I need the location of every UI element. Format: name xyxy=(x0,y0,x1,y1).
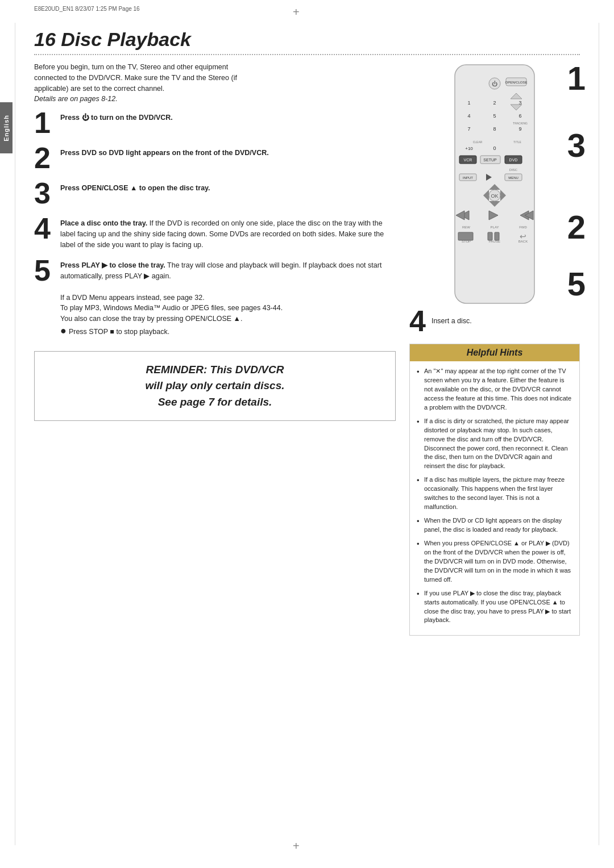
intro-line3: applicable) are set to the correct chann… xyxy=(34,85,164,93)
svg-text:PLAY: PLAY xyxy=(491,226,499,229)
crosshair-bottom xyxy=(296,845,307,857)
svg-text:DISC: DISC xyxy=(509,168,518,172)
svg-text:FWD: FWD xyxy=(519,226,527,229)
svg-text:9: 9 xyxy=(518,126,521,132)
svg-rect-52 xyxy=(495,232,499,240)
step-3-text: Press OPEN/CLOSE ▲ to open the disc tray… xyxy=(60,181,210,194)
reminder-line2: will play only certain discs. xyxy=(146,379,285,391)
reminder-line3: See page 7 for details. xyxy=(158,396,272,408)
hint-text-1: An "✕" may appear at the top right corne… xyxy=(424,367,572,412)
reminder-line1: REMINDER: This DVD/VCR xyxy=(146,364,284,375)
right-marker-3: 3 xyxy=(567,129,586,162)
step-1-text: Press ⏻ to turn on the DVD/VCR. xyxy=(60,110,173,123)
svg-text:↩: ↩ xyxy=(520,232,526,241)
hint-item-5: • When you press OPEN/CLOSE ▲ or PLAY ▶ … xyxy=(417,539,572,585)
main-content: 16 Disc Playback Before you begin, turn … xyxy=(34,28,580,845)
svg-text:OK: OK xyxy=(491,193,498,199)
step-5: 5 Press PLAY ▶ to close the tray. The tr… xyxy=(34,258,396,337)
hint-text-3: If a disc has multiple layers, the pictu… xyxy=(424,475,572,512)
hint-item-4: • When the DVD or CD light appears on th… xyxy=(417,516,572,535)
hint-bullet-4: • xyxy=(417,516,421,527)
helpful-hints-content: • An "✕" may appear at the top right cor… xyxy=(410,361,579,635)
hint-item-3: • If a disc has multiple layers, the pic… xyxy=(417,475,572,512)
insert-disc-area: 4 Insert a disc. xyxy=(409,306,580,336)
svg-text:6: 6 xyxy=(518,113,521,119)
hint-item-6: • If you use PLAY ▶ to close the disc tr… xyxy=(417,589,572,625)
right-step-markers-2: 2 xyxy=(567,211,586,244)
svg-text:SETUP: SETUP xyxy=(483,158,497,162)
svg-text:CLEAR: CLEAR xyxy=(473,140,483,144)
step-4-number: 4 xyxy=(34,214,55,243)
step-5-number: 5 xyxy=(34,256,55,285)
svg-text:TITLE: TITLE xyxy=(513,140,521,144)
right-marker-2: 2 xyxy=(567,211,586,244)
right-step-markers: 1 3 xyxy=(567,62,586,162)
step-3: 3 Press OPEN/CLOSE ▲ to open the disc tr… xyxy=(34,181,396,208)
step-2: 2 Press DVD so DVD light appears on the … xyxy=(34,145,396,173)
step-5-bullet-text: Press STOP ■ to stop playback. xyxy=(69,327,169,337)
reminder-text: REMINDER: This DVD/VCR will play only ce… xyxy=(48,362,381,411)
svg-text:VCR: VCR xyxy=(464,158,472,162)
remote-control-image: ⏻ OPEN/CLOSE 1 2 3 4 5 6 7 8 9 xyxy=(438,62,551,308)
hint-text-4: When the DVD or CD light appears on the … xyxy=(424,516,572,535)
svg-text:1: 1 xyxy=(467,100,470,106)
header-left-text: E8E20UD_EN1 8/23/07 1:25 PM Page 16 xyxy=(34,6,140,12)
step-4: 4 Place a disc onto the tray. If the DVD… xyxy=(34,216,396,250)
svg-text:0: 0 xyxy=(493,145,496,151)
svg-text:4: 4 xyxy=(467,113,470,119)
intro-line2: connected to the DVD/VCR. Make sure the … xyxy=(34,74,237,82)
svg-text:TRACKING: TRACKING xyxy=(513,122,528,125)
step-1-number: 1 xyxy=(34,108,55,137)
helpful-hints-title: Helpful Hints xyxy=(467,348,523,357)
hint-bullet-1: • xyxy=(417,367,421,378)
svg-rect-50 xyxy=(458,232,473,240)
border-right xyxy=(599,23,599,845)
lang-tab: English xyxy=(0,102,13,153)
svg-text:7: 7 xyxy=(467,126,470,132)
hint-bullet-5: • xyxy=(417,539,421,550)
border-left xyxy=(15,23,15,845)
svg-text:MENU: MENU xyxy=(508,176,518,180)
right-step-markers-3: 5 xyxy=(567,268,586,301)
crosshair-top xyxy=(296,11,307,23)
reminder-box: REMINDER: This DVD/VCR will play only ce… xyxy=(34,351,396,422)
hint-text-2: If a disc is dirty or scratched, the pic… xyxy=(424,417,572,471)
svg-text:REW: REW xyxy=(462,226,470,229)
lang-label: English xyxy=(3,115,10,141)
insert-disc-label: Insert a disc. xyxy=(432,317,472,325)
step-5-bullet: ● Press STOP ■ to stop playback. xyxy=(60,327,396,337)
svg-rect-51 xyxy=(488,232,492,240)
svg-text:5: 5 xyxy=(493,113,496,119)
step-1: 1 Press ⏻ to turn on the DVD/VCR. xyxy=(34,110,396,137)
hint-item-1: • An "✕" may appear at the top right cor… xyxy=(417,367,572,412)
step-5-text: Press PLAY ▶ to close the tray. The tray… xyxy=(60,258,396,337)
two-column-layout: Before you begin, turn on the TV, Stereo… xyxy=(34,62,580,636)
svg-text:INPUT: INPUT xyxy=(463,176,473,180)
bullet-icon: ● xyxy=(60,326,67,336)
remote-area: 1 3 2 5 ⏻ xyxy=(409,62,580,301)
insert-disc-number: 4 xyxy=(409,306,426,336)
step-2-text: Press DVD so DVD light appears on the fr… xyxy=(60,145,269,158)
hint-bullet-2: • xyxy=(417,417,421,428)
intro-line4: Details are on pages 8-12. xyxy=(34,95,118,103)
right-marker-1: 1 xyxy=(567,62,586,95)
intro-text: Before you begin, turn on the TV, Stereo… xyxy=(34,62,396,105)
helpful-hints-header: Helpful Hints xyxy=(410,344,579,361)
hint-bullet-6: • xyxy=(417,589,421,600)
svg-text:OPEN/CLOSE: OPEN/CLOSE xyxy=(505,81,527,84)
hint-item-2: • If a disc is dirty or scratched, the p… xyxy=(417,417,572,471)
hint-text-5: When you press OPEN/CLOSE ▲ or PLAY ▶ (D… xyxy=(424,539,572,585)
right-column: 1 3 2 5 ⏻ xyxy=(409,62,580,636)
svg-text:DVD: DVD xyxy=(509,158,518,162)
step-3-number: 3 xyxy=(34,178,55,208)
svg-text:8: 8 xyxy=(493,126,496,132)
hint-text-6: If you use PLAY ▶ to close the disc tray… xyxy=(424,589,572,625)
page-title: 16 Disc Playback xyxy=(34,28,580,51)
svg-text:2: 2 xyxy=(493,100,496,106)
svg-text:⏻: ⏻ xyxy=(492,81,497,87)
right-marker-5: 5 xyxy=(567,265,586,302)
step-2-number: 2 xyxy=(34,143,55,173)
intro-line1: Before you begin, turn on the TV, Stereo… xyxy=(34,63,228,71)
header-bar: E8E20UD_EN1 8/23/07 1:25 PM Page 16 xyxy=(34,6,580,12)
dotted-divider xyxy=(34,54,580,55)
